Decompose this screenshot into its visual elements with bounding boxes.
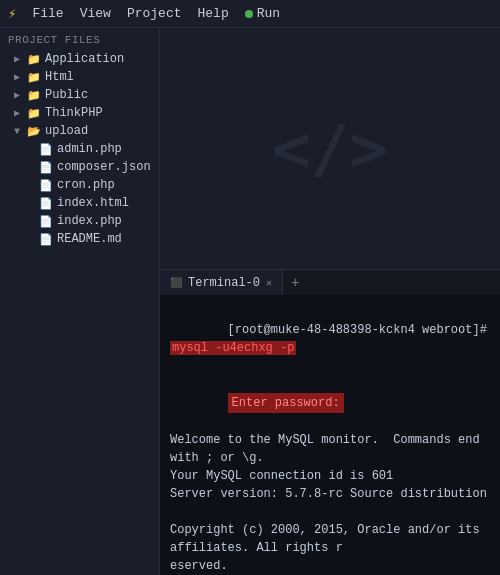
- arrow-icon: ▶: [14, 71, 24, 83]
- menubar: ⚡ File View Project Help Run: [0, 0, 500, 28]
- sidebar-title: Project Files: [0, 28, 159, 50]
- sidebar-item-label: Application: [45, 52, 124, 66]
- terminal-body[interactable]: [root@muke-48-488398-kckn4 webroot]# mys…: [160, 295, 500, 575]
- terminal-line-copyright-2: eserved.: [170, 557, 490, 575]
- sidebar-item-cron-php[interactable]: 📄 cron.php: [0, 176, 159, 194]
- menu-file[interactable]: File: [32, 6, 63, 21]
- sidebar-item-label: index.html: [57, 196, 129, 210]
- sidebar: Project Files ▶ 📁 Application ▶ 📁 Html ▶…: [0, 28, 160, 575]
- run-label: Run: [257, 6, 280, 21]
- folder-icon: 📁: [27, 89, 41, 102]
- sidebar-item-index-html[interactable]: 📄 index.html: [0, 194, 159, 212]
- file-icon: 📄: [39, 179, 53, 192]
- watermark-text: </>: [272, 112, 388, 186]
- menu-view[interactable]: View: [80, 6, 111, 21]
- sidebar-item-label: upload: [45, 124, 88, 138]
- sidebar-item-application[interactable]: ▶ 📁 Application: [0, 50, 159, 68]
- file-icon: 📄: [39, 143, 53, 156]
- terminal-tab-label: Terminal-0: [188, 276, 260, 290]
- run-status-dot: [245, 10, 253, 18]
- menu-project[interactable]: Project: [127, 6, 182, 21]
- app-logo: ⚡: [8, 5, 16, 22]
- arrow-icon: ▶: [14, 53, 24, 65]
- terminal-tabs-bar: ⬛ Terminal-0 ✕ +: [160, 269, 500, 295]
- file-icon: 📄: [39, 197, 53, 210]
- editor-watermark: </>: [160, 28, 500, 269]
- folder-icon: 📁: [27, 53, 41, 66]
- sidebar-item-index-php[interactable]: 📄 index.php: [0, 212, 159, 230]
- terminal-tab-0[interactable]: ⬛ Terminal-0 ✕: [160, 270, 283, 295]
- sidebar-item-html[interactable]: ▶ 📁 Html: [0, 68, 159, 86]
- main-area: Project Files ▶ 📁 Application ▶ 📁 Html ▶…: [0, 28, 500, 575]
- terminal-line-3: Welcome to the MySQL monitor. Commands e…: [170, 431, 490, 467]
- sidebar-item-label: README.md: [57, 232, 122, 246]
- terminal-line-password: Enter password:: [170, 375, 490, 431]
- file-icon: 📄: [39, 233, 53, 246]
- sidebar-item-public[interactable]: ▶ 📁 Public: [0, 86, 159, 104]
- file-icon: 📄: [39, 161, 53, 174]
- terminal-command: mysql -u4echxg -p: [170, 341, 296, 355]
- terminal-line-4: Your MySQL connection id is 601: [170, 467, 490, 485]
- terminal-prompt-text: [root@muke-48-488398-kckn4 webroot]#: [228, 323, 494, 337]
- terminal-icon: ⬛: [170, 277, 182, 289]
- add-terminal-tab-button[interactable]: +: [283, 270, 307, 295]
- run-button[interactable]: Run: [245, 6, 280, 21]
- sidebar-item-label: admin.php: [57, 142, 122, 156]
- sidebar-item-label: composer.json: [57, 160, 151, 174]
- sidebar-item-label: cron.php: [57, 178, 115, 192]
- sidebar-item-upload[interactable]: ▼ 📂 upload: [0, 122, 159, 140]
- terminal-password-prompt: Enter password:: [228, 393, 344, 413]
- sidebar-item-composer-json[interactable]: 📄 composer.json: [0, 158, 159, 176]
- editor-area: </> ⬛ Terminal-0 ✕ + [root@muke-48-48839…: [160, 28, 500, 575]
- terminal-line-5: Server version: 5.7.8-rc Source distribu…: [170, 485, 490, 503]
- sidebar-item-label: Html: [45, 70, 74, 84]
- terminal-line-copyright-1: Copyright (c) 2000, 2015, Oracle and/or …: [170, 521, 490, 557]
- file-icon: 📄: [39, 215, 53, 228]
- terminal-line-prompt: [root@muke-48-488398-kckn4 webroot]# mys…: [170, 303, 490, 375]
- folder-open-icon: 📂: [27, 125, 41, 138]
- sidebar-item-label: index.php: [57, 214, 122, 228]
- menu-help[interactable]: Help: [197, 6, 228, 21]
- sidebar-item-readme-md[interactable]: 📄 README.md: [0, 230, 159, 248]
- sidebar-item-thinkphp[interactable]: ▶ 📁 ThinkPHP: [0, 104, 159, 122]
- terminal-blank-1: [170, 503, 490, 521]
- sidebar-item-label: ThinkPHP: [45, 106, 103, 120]
- close-tab-button[interactable]: ✕: [266, 277, 272, 289]
- arrow-icon: ▶: [14, 89, 24, 101]
- sidebar-item-admin-php[interactable]: 📄 admin.php: [0, 140, 159, 158]
- sidebar-item-label: Public: [45, 88, 88, 102]
- arrow-icon: ▼: [14, 126, 24, 137]
- folder-icon: 📁: [27, 71, 41, 84]
- folder-icon: 📁: [27, 107, 41, 120]
- arrow-icon: ▶: [14, 107, 24, 119]
